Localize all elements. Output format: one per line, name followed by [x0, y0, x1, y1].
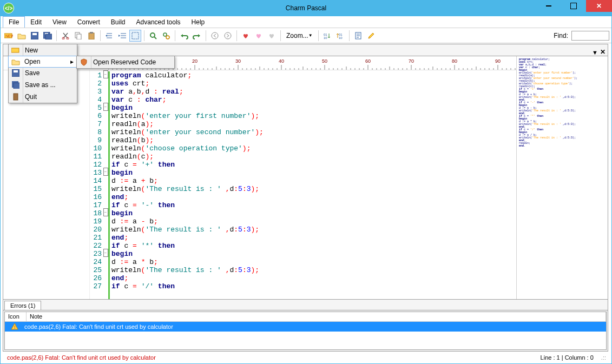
status-bar: code.pas(2,6) Fatal: Can't find unit crt…: [3, 353, 608, 362]
errors-tab[interactable]: Errors (1): [4, 301, 41, 310]
toolbar: NEW Zoom... ▼ 0110 0110 Find:: [1, 28, 611, 43]
menu-item-saveas[interactable]: Save as ...: [9, 79, 77, 91]
svg-rect-12: [90, 32, 93, 34]
menu-item-new[interactable]: New: [9, 44, 77, 56]
svg-point-18: [225, 32, 231, 39]
menu-item-save[interactable]: Save: [9, 67, 77, 79]
paste-icon[interactable]: [85, 30, 97, 42]
error-row[interactable]: ! code.pas(2,6) Fatal: Can't find unit c…: [5, 322, 606, 332]
undo-icon[interactable]: [178, 30, 190, 42]
heart-pink-icon[interactable]: [253, 30, 265, 42]
open-icon[interactable]: [16, 30, 28, 42]
shield-icon: [79, 57, 89, 67]
svg-text:40: 40: [279, 58, 284, 64]
svg-text:80: 80: [452, 58, 457, 64]
error-text: code.pas(2,6) Fatal: Can't find unit crt…: [24, 323, 173, 330]
find-input[interactable]: [571, 31, 609, 41]
svg-point-16: [166, 36, 169, 39]
find-icon[interactable]: [147, 30, 159, 42]
svg-text:90: 90: [495, 58, 501, 64]
minimap[interactable]: program calculator;uses crt;var a,b,d : …: [517, 56, 608, 299]
svg-rect-135: [14, 83, 19, 89]
file-menu-dropdown: New Open ▸ Save Save as ... Quit: [8, 44, 77, 103]
svg-point-15: [163, 33, 167, 36]
svg-text:10: 10: [339, 36, 343, 39]
titlebar: </> Charm Pascal: [0, 0, 612, 16]
tab-close-icon[interactable]: ✕: [600, 48, 606, 56]
menu-view[interactable]: View: [47, 16, 72, 28]
svg-text:NEW: NEW: [5, 34, 13, 38]
door-icon: [11, 92, 21, 102]
col-icon: Icon: [5, 312, 27, 321]
svg-point-14: [150, 33, 155, 37]
menu-help[interactable]: Help: [186, 16, 210, 28]
menubar: File Edit View Convert Build Advanced to…: [1, 16, 611, 28]
svg-text:10: 10: [324, 36, 327, 39]
svg-rect-11: [89, 33, 94, 39]
folder-open-icon: [11, 57, 21, 67]
find-label: Find:: [554, 32, 568, 39]
main-panel: ▼ ✕ 0102030405060708090 1234567891011121…: [3, 44, 608, 352]
new-icon: [11, 45, 21, 55]
tab-strip: ▼ ✕: [3, 44, 608, 56]
app-icon: </>: [3, 3, 14, 14]
svg-rect-10: [77, 34, 81, 39]
status-position: Line : 1 | Column : 0: [541, 354, 601, 361]
new-icon[interactable]: NEW: [3, 30, 15, 42]
svg-rect-3: [32, 33, 37, 35]
replace-icon[interactable]: [160, 30, 172, 42]
cut-icon[interactable]: [60, 30, 71, 42]
menu-convert[interactable]: Convert: [72, 16, 106, 28]
svg-point-17: [212, 32, 218, 39]
svg-text:60: 60: [365, 58, 371, 64]
maximize-button[interactable]: [561, 0, 586, 12]
save-icon[interactable]: [29, 30, 41, 42]
svg-text:50: 50: [322, 58, 327, 64]
menu-edit[interactable]: Edit: [25, 16, 47, 28]
save-icon: [11, 68, 21, 78]
menu-build[interactable]: Build: [106, 16, 131, 28]
code-editor[interactable]: 1234567891011121314151617181920212223242…: [3, 70, 516, 299]
svg-text:!: !: [14, 325, 16, 330]
next-icon[interactable]: [222, 30, 234, 42]
menu-item-quit[interactable]: Quit: [9, 91, 77, 103]
svg-rect-13: [132, 32, 139, 39]
redo-icon[interactable]: [191, 30, 203, 42]
errors-header: Icon Note: [5, 312, 606, 322]
zoom-dropdown[interactable]: Zoom... ▼: [284, 30, 315, 42]
status-error: code.pas(2,6) Fatal: Can't find unit crt…: [3, 354, 156, 361]
saveas-icon: [11, 80, 21, 90]
prev-icon[interactable]: [209, 30, 221, 42]
minimize-button[interactable]: [536, 0, 561, 12]
indent-icon[interactable]: [103, 30, 115, 42]
select-all-icon[interactable]: [129, 30, 141, 42]
window-title: Charm Pascal: [0, 4, 612, 12]
menu-file[interactable]: File: [3, 16, 25, 28]
tab-dropdown-icon[interactable]: ▼: [592, 49, 598, 56]
svg-text:30: 30: [235, 58, 241, 64]
svg-rect-133: [14, 70, 18, 72]
heart-gray-icon[interactable]: [266, 30, 278, 42]
svg-text:20: 20: [192, 58, 198, 64]
binary1-icon[interactable]: 0110: [321, 30, 333, 42]
submenu-arrow-icon: ▸: [70, 58, 74, 65]
svg-rect-136: [14, 94, 18, 100]
outdent-icon[interactable]: [116, 30, 128, 42]
svg-text:70: 70: [409, 58, 414, 64]
saveas-icon[interactable]: [42, 30, 54, 42]
open-submenu: Open Reserved Code: [76, 56, 175, 69]
copy-icon[interactable]: [73, 30, 84, 42]
col-note: Note: [27, 312, 606, 321]
menu-advanced-tools[interactable]: Advanced tools: [131, 16, 186, 28]
close-button[interactable]: [586, 0, 612, 12]
page-icon[interactable]: [352, 30, 364, 42]
heart-red-icon[interactable]: [240, 30, 252, 42]
warning-icon: !: [5, 323, 24, 330]
menu-item-open[interactable]: Open ▸: [8, 56, 77, 68]
errors-panel: Errors (1) Icon Note ! code.pas(2,6) Fat…: [3, 299, 608, 351]
edit-icon[interactable]: [365, 30, 377, 42]
binary2-icon[interactable]: 0110: [334, 30, 346, 42]
svg-rect-6: [45, 34, 52, 39]
menu-item-open-reserved[interactable]: Open Reserved Code: [77, 56, 174, 68]
svg-rect-131: [11, 48, 19, 52]
